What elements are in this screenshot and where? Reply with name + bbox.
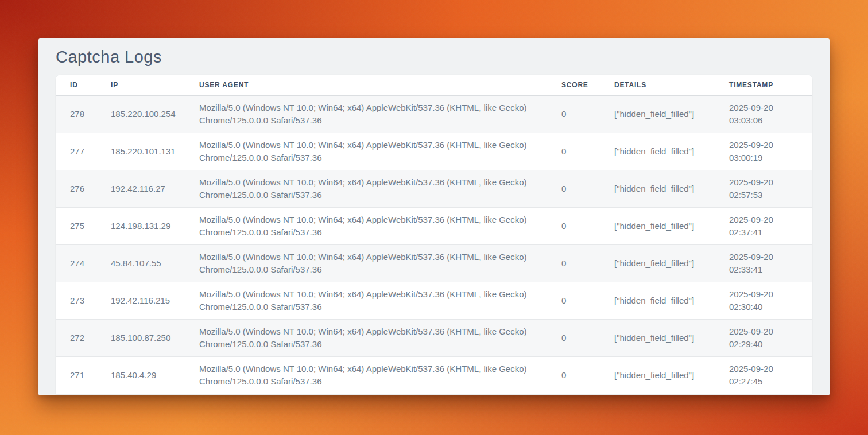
page-title: Captcha Logs	[38, 38, 830, 67]
cell-score: 0	[547, 170, 600, 208]
cell-id: 273	[56, 282, 96, 320]
cell-ip: 185.220.100.254	[96, 96, 185, 133]
cell-ip: 45.84.107.55	[96, 245, 185, 282]
cell-id: 272	[56, 320, 96, 357]
column-header-id: ID	[56, 75, 96, 96]
cell-score: 0	[547, 282, 600, 320]
cell-details: ["hidden_field_filled"]	[600, 320, 715, 357]
table-row: 272 185.100.87.250 Mozilla/5.0 (Windows …	[56, 320, 812, 357]
cell-ip: 185.220.101.131	[96, 133, 185, 170]
cell-user-agent: Mozilla/5.0 (Windows NT 10.0; Win64; x64…	[185, 170, 547, 208]
captcha-logs-card: Captcha Logs ID IP USER AGENT SCORE DETA…	[38, 38, 830, 395]
cell-timestamp: 2025-09-20 02:37:41	[715, 208, 812, 245]
column-header-details: DETAILS	[600, 75, 715, 96]
cell-score: 0	[547, 133, 600, 170]
cell-details: ["hidden_field_filled"]	[600, 133, 715, 170]
column-header-timestamp: TIMESTAMP	[715, 75, 812, 96]
cell-details: ["hidden_field_filled"]	[600, 208, 715, 245]
cell-score: 0	[547, 357, 600, 394]
table-header-row: ID IP USER AGENT SCORE DETAILS TIMESTAMP	[56, 75, 812, 96]
logs-table-container: ID IP USER AGENT SCORE DETAILS TIMESTAMP…	[56, 75, 812, 394]
cell-id: 275	[56, 208, 96, 245]
column-header-score: SCORE	[547, 75, 600, 96]
cell-score: 0	[547, 245, 600, 282]
cell-timestamp: 2025-09-20 03:00:19	[715, 133, 812, 170]
cell-details: ["hidden_field_filled"]	[600, 170, 715, 208]
cell-id: 278	[56, 96, 96, 133]
cell-id: 271	[56, 357, 96, 394]
cell-timestamp: 2025-09-20 02:30:40	[715, 282, 812, 320]
cell-user-agent: Mozilla/5.0 (Windows NT 10.0; Win64; x64…	[185, 357, 547, 394]
cell-score: 0	[547, 208, 600, 245]
cell-timestamp: 2025-09-20 02:33:41	[715, 245, 812, 282]
cell-user-agent: Mozilla/5.0 (Windows NT 10.0; Win64; x64…	[185, 96, 547, 133]
cell-id: 277	[56, 133, 96, 170]
table-row: 278 185.220.100.254 Mozilla/5.0 (Windows…	[56, 96, 812, 133]
table-row: 275 124.198.131.29 Mozilla/5.0 (Windows …	[56, 208, 812, 245]
cell-details: ["hidden_field_filled"]	[600, 282, 715, 320]
cell-user-agent: Mozilla/5.0 (Windows NT 10.0; Win64; x64…	[185, 282, 547, 320]
cell-ip: 185.100.87.250	[96, 320, 185, 357]
cell-timestamp: 2025-09-20 03:03:06	[715, 96, 812, 133]
table-row: 274 45.84.107.55 Mozilla/5.0 (Windows NT…	[56, 245, 812, 282]
cell-ip: 185.40.4.29	[96, 357, 185, 394]
cell-score: 0	[547, 320, 600, 357]
cell-timestamp: 2025-09-20 02:27:45	[715, 357, 812, 394]
cell-id: 276	[56, 170, 96, 208]
column-header-user-agent: USER AGENT	[185, 75, 547, 96]
cell-ip: 192.42.116.215	[96, 282, 185, 320]
cell-ip: 124.198.131.29	[96, 208, 185, 245]
cell-timestamp: 2025-09-20 02:57:53	[715, 170, 812, 208]
table-row: 271 185.40.4.29 Mozilla/5.0 (Windows NT …	[56, 357, 812, 394]
table-row: 276 192.42.116.27 Mozilla/5.0 (Windows N…	[56, 170, 812, 208]
cell-user-agent: Mozilla/5.0 (Windows NT 10.0; Win64; x64…	[185, 208, 547, 245]
cell-details: ["hidden_field_filled"]	[600, 357, 715, 394]
cell-user-agent: Mozilla/5.0 (Windows NT 10.0; Win64; x64…	[185, 133, 547, 170]
cell-score: 0	[547, 96, 600, 133]
cell-timestamp: 2025-09-20 02:29:40	[715, 320, 812, 357]
cell-ip: 192.42.116.27	[96, 170, 185, 208]
cell-user-agent: Mozilla/5.0 (Windows NT 10.0; Win64; x64…	[185, 245, 547, 282]
logs-table: ID IP USER AGENT SCORE DETAILS TIMESTAMP…	[56, 75, 812, 394]
table-row: 277 185.220.101.131 Mozilla/5.0 (Windows…	[56, 133, 812, 170]
cell-details: ["hidden_field_filled"]	[600, 245, 715, 282]
cell-user-agent: Mozilla/5.0 (Windows NT 10.0; Win64; x64…	[185, 320, 547, 357]
cell-details: ["hidden_field_filled"]	[600, 96, 715, 133]
table-row: 273 192.42.116.215 Mozilla/5.0 (Windows …	[56, 282, 812, 320]
column-header-ip: IP	[96, 75, 185, 96]
cell-id: 274	[56, 245, 96, 282]
